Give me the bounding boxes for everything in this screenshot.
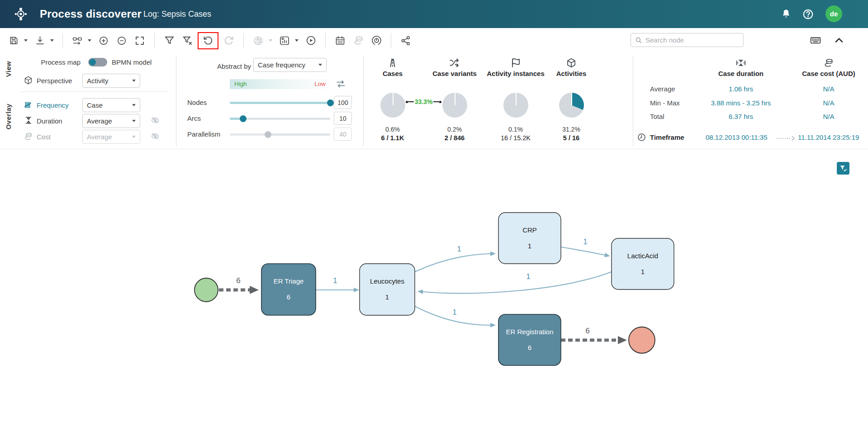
zoom-out-button[interactable] xyxy=(114,33,129,48)
cost-value: Average xyxy=(87,133,112,141)
cost-coins-button[interactable] xyxy=(351,33,366,48)
share-button[interactable] xyxy=(398,33,413,48)
chevron-down-icon xyxy=(132,136,136,138)
zoom-in-button[interactable] xyxy=(96,33,111,48)
process-map-label: Process map xyxy=(27,58,81,66)
user-avatar[interactable]: de xyxy=(825,5,842,22)
case-cost-header: Case cost (AUD) xyxy=(783,57,868,77)
aperture-snapshot-button[interactable] xyxy=(251,33,266,48)
node-count: 1 xyxy=(641,268,645,275)
node-count: 6 xyxy=(287,293,290,301)
node-leucocytes[interactable]: Leucocytes 1 xyxy=(360,264,415,315)
cases-stat: Cases 0.6% 6 / 1.1K xyxy=(359,57,427,77)
redo-button[interactable] xyxy=(221,33,237,48)
start-node[interactable] xyxy=(194,278,218,302)
edge-leucocytes-crp[interactable] xyxy=(415,254,491,272)
collapse-panel-chevron-up-button[interactable] xyxy=(831,33,847,48)
chart-stats-button[interactable] xyxy=(277,33,292,48)
nodes-slider[interactable] xyxy=(230,100,330,106)
low-label: Low xyxy=(314,81,326,87)
cost-coins-icon xyxy=(783,57,868,68)
swap-order-icon[interactable] xyxy=(336,79,346,91)
undo-button[interactable] xyxy=(200,33,216,48)
slider-knob[interactable] xyxy=(265,131,271,138)
duration-label[interactable]: Duration xyxy=(37,117,62,125)
activities-percent: 31.2% xyxy=(537,126,605,133)
node-count: 6 xyxy=(528,344,531,351)
duration-select[interactable]: Average xyxy=(82,114,140,128)
edge-label: 1 xyxy=(333,276,337,285)
activities-fraction: 5 / 16 xyxy=(537,134,605,142)
arcs-slider-label: Arcs xyxy=(187,114,201,122)
total-row-label: Total xyxy=(650,113,664,120)
arcs-slider[interactable] xyxy=(230,115,330,122)
perspective-select[interactable]: Activity xyxy=(82,74,140,88)
cost-coins-icon xyxy=(24,132,33,141)
timeframe-start: 08.12.2013 00:11:35 xyxy=(706,133,768,141)
total-cost-value: N/A xyxy=(783,113,868,120)
cost-label[interactable]: Cost xyxy=(37,133,51,141)
aperture-dropdown-caret[interactable] xyxy=(269,39,272,42)
slider-knob[interactable] xyxy=(327,100,334,106)
map-bpmn-toggle[interactable] xyxy=(88,58,107,66)
edge-label: 1 xyxy=(583,237,587,246)
activity-instances-pie xyxy=(503,93,528,118)
frequency-select[interactable]: Case xyxy=(82,98,140,112)
activities-pie xyxy=(559,93,584,118)
abstract-by-select[interactable]: Case frequency xyxy=(253,58,327,72)
undo-highlight-box xyxy=(198,32,218,49)
canvas-filter-button[interactable] xyxy=(837,162,849,175)
total-duration-value: 6.37 hrs xyxy=(696,113,786,120)
node-label: ER Registration xyxy=(506,328,553,336)
duration-value: Average xyxy=(87,117,112,125)
layout-button[interactable] xyxy=(70,33,85,48)
calendar-button[interactable] xyxy=(332,33,348,48)
fit-screen-button[interactable] xyxy=(132,33,147,48)
activities-label: Activities xyxy=(537,70,605,77)
chart-dropdown-caret[interactable] xyxy=(295,39,299,42)
nodes-value-input[interactable]: 100 xyxy=(334,96,352,109)
cost-eye-off-icon[interactable] xyxy=(151,132,160,141)
process-map-canvas[interactable]: 6 1 1 1 1 1 6 ER Triage 6 Leucocytes xyxy=(0,149,868,436)
search-node-input[interactable] xyxy=(645,36,740,44)
node-label: LacticAcid xyxy=(627,252,658,260)
play-animation-button[interactable] xyxy=(303,33,318,48)
edge-label: 1 xyxy=(457,245,461,253)
average-duration-value: 1.06 hrs xyxy=(696,85,786,93)
slider-fill xyxy=(230,102,330,104)
gauge-target-button[interactable] xyxy=(369,33,384,48)
export-button[interactable] xyxy=(32,33,47,48)
cost-select[interactable]: Average xyxy=(82,130,140,144)
case-duration-header: Case duration xyxy=(696,57,786,77)
duration-eye-off-icon[interactable] xyxy=(151,116,160,125)
process-discoverer-app: Process discoverer Log: Sepsis Cases de xyxy=(0,0,868,436)
toggle-knob xyxy=(89,59,96,66)
node-label: ER Triage xyxy=(274,277,304,285)
layout-dropdown-caret[interactable] xyxy=(88,39,91,42)
node-crp[interactable]: CRP 1 xyxy=(498,213,561,264)
frequency-label[interactable]: Frequency xyxy=(37,101,69,109)
edge-lacticacid-leucocytes[interactable] xyxy=(422,272,612,294)
parallelism-value-input[interactable]: 40 xyxy=(334,128,352,141)
save-dropdown-caret[interactable] xyxy=(24,39,28,42)
edge-crp-lacticacid[interactable] xyxy=(561,247,605,255)
app-logo-icon xyxy=(14,7,28,21)
node-er-triage[interactable]: ER Triage 6 xyxy=(261,264,316,315)
filter-button[interactable] xyxy=(161,33,177,48)
end-node[interactable] xyxy=(629,327,655,353)
parallelism-slider[interactable] xyxy=(230,131,330,138)
edge-label: 6 xyxy=(236,276,240,285)
chevron-down-icon xyxy=(132,120,136,122)
node-er-registration[interactable]: ER Registration 6 xyxy=(498,314,561,365)
frequency-value: Case xyxy=(87,101,103,109)
keyboard-shortcuts-button[interactable] xyxy=(808,33,823,48)
clear-filter-button[interactable] xyxy=(180,33,195,48)
node-lacticacid[interactable]: LacticAcid 1 xyxy=(612,238,674,289)
node-label: CRP xyxy=(522,226,537,234)
export-dropdown-caret[interactable] xyxy=(50,39,54,42)
save-button[interactable] xyxy=(6,33,21,48)
slider-knob[interactable] xyxy=(240,115,247,122)
arcs-value-input[interactable]: 10 xyxy=(334,112,352,125)
help-icon[interactable] xyxy=(801,7,815,21)
notifications-bell-icon[interactable] xyxy=(779,7,793,21)
